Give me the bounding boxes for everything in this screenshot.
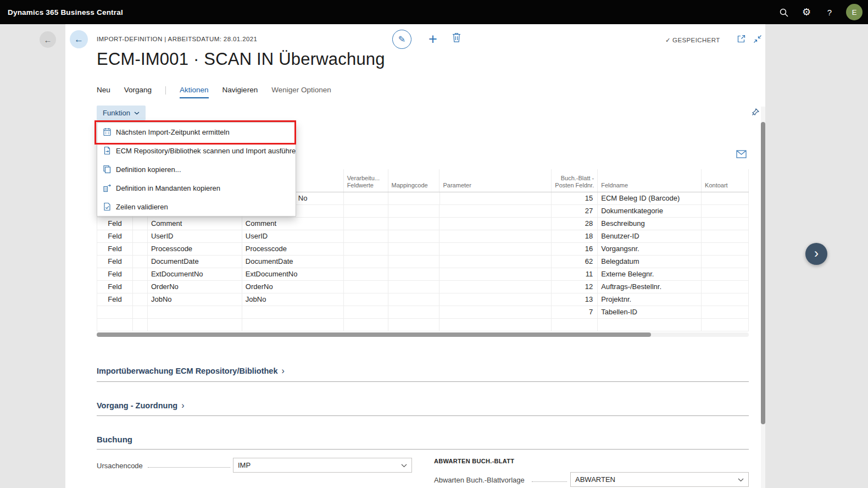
table-cell[interactable] bbox=[344, 230, 388, 242]
help-icon[interactable]: ? bbox=[820, 2, 839, 22]
column-header[interactable]: Mappingcode bbox=[388, 169, 440, 192]
table-cell[interactable]: DocumentDate bbox=[148, 256, 242, 268]
table-cell[interactable]: Dokumentkategorie bbox=[598, 205, 702, 217]
table-cell[interactable]: Auftrags-/Bestellnr. bbox=[598, 281, 702, 293]
table-cell[interactable] bbox=[242, 306, 344, 318]
table-cell[interactable] bbox=[702, 218, 749, 230]
table-cell[interactable] bbox=[133, 268, 148, 280]
pin-icon[interactable] bbox=[752, 108, 760, 118]
table-cell[interactable]: Feld bbox=[97, 230, 133, 242]
table-cell[interactable]: JobNo bbox=[148, 293, 242, 306]
table-cell[interactable] bbox=[344, 281, 388, 293]
table-cell[interactable]: 13 bbox=[552, 293, 598, 306]
table-cell[interactable]: Feld bbox=[97, 268, 133, 280]
table-cell[interactable]: Comment bbox=[242, 218, 344, 230]
table-cell[interactable] bbox=[439, 293, 552, 306]
table-cell[interactable] bbox=[344, 218, 388, 230]
column-header[interactable]: Parameter bbox=[439, 169, 552, 192]
table-cell[interactable]: JobNo bbox=[242, 293, 344, 306]
table-cell[interactable] bbox=[439, 243, 552, 255]
table-cell[interactable]: ECM Beleg ID (Barcode) bbox=[598, 192, 702, 204]
section-import-monitoring[interactable]: Importüberwachung ECM Repository/Bibliot… bbox=[97, 366, 285, 376]
table-cell[interactable]: 7 bbox=[552, 306, 598, 318]
menu-item-definition-kopieren[interactable]: Definition kopieren... bbox=[97, 160, 296, 179]
table-cell[interactable] bbox=[388, 192, 440, 204]
table-cell[interactable]: DocumentDate bbox=[242, 256, 344, 268]
table-cell[interactable]: OrderNo bbox=[148, 281, 242, 293]
table-cell[interactable] bbox=[344, 192, 388, 204]
table-cell[interactable] bbox=[702, 281, 749, 293]
table-cell[interactable]: 11 bbox=[552, 268, 598, 280]
table-cell[interactable] bbox=[439, 306, 552, 318]
table-cell[interactable]: 62 bbox=[552, 256, 598, 268]
column-header[interactable]: Verarbeitu... Feldwerte bbox=[344, 169, 388, 192]
table-cell[interactable] bbox=[148, 306, 242, 318]
ursachencode-select[interactable]: IMP bbox=[233, 458, 412, 473]
table-cell[interactable]: Tabellen-ID bbox=[598, 306, 702, 318]
horizontal-scrollbar-thumb[interactable] bbox=[97, 332, 651, 337]
table-cell[interactable] bbox=[439, 205, 552, 217]
table-cell[interactable]: ExtDocumentNo bbox=[242, 268, 344, 280]
table-cell[interactable] bbox=[439, 281, 552, 293]
table-cell[interactable] bbox=[702, 205, 749, 217]
table-cell[interactable] bbox=[439, 319, 552, 331]
column-header[interactable]: Feldname bbox=[598, 169, 702, 192]
table-cell[interactable]: UserID bbox=[148, 230, 242, 242]
vertical-scrollbar-thumb[interactable] bbox=[761, 122, 765, 424]
mail-icon[interactable] bbox=[736, 150, 747, 160]
next-record-button[interactable]: › bbox=[805, 243, 827, 265]
menu-item-naechsten-import-zeitpunkt[interactable]: Nächsten Import-Zeitpunkt ermitteln bbox=[97, 123, 296, 141]
table-cell[interactable]: Processcode bbox=[242, 243, 344, 255]
table-cell[interactable]: 28 bbox=[552, 218, 598, 230]
table-cell[interactable] bbox=[702, 319, 749, 331]
menubar-item-navigieren[interactable]: Navigieren bbox=[222, 86, 258, 97]
table-cell[interactable] bbox=[133, 319, 148, 331]
table-cell[interactable]: 16 bbox=[552, 243, 598, 255]
settings-gear-icon[interactable]: ⚙ bbox=[797, 2, 816, 22]
table-cell[interactable] bbox=[97, 306, 133, 318]
table-cell[interactable] bbox=[133, 281, 148, 293]
table-cell[interactable]: Feld bbox=[97, 243, 133, 255]
edit-button[interactable]: ✎ bbox=[392, 30, 411, 49]
table-cell[interactable]: 27 bbox=[552, 205, 598, 217]
delete-button[interactable] bbox=[452, 32, 461, 45]
table-cell[interactable] bbox=[133, 256, 148, 268]
table-cell[interactable]: Comment bbox=[148, 218, 242, 230]
table-cell[interactable] bbox=[133, 230, 148, 242]
table-cell[interactable]: Benutzer-ID bbox=[598, 230, 702, 242]
table-cell[interactable] bbox=[439, 230, 552, 242]
table-cell[interactable]: Processcode bbox=[148, 243, 242, 255]
table-cell[interactable] bbox=[344, 243, 388, 255]
table-cell[interactable] bbox=[440, 192, 552, 204]
table-cell[interactable] bbox=[344, 256, 388, 268]
table-cell[interactable]: ExtDocumentNo bbox=[148, 268, 242, 280]
outer-back-button[interactable]: ← bbox=[40, 31, 56, 48]
section-vorgang-zuordnung[interactable]: Vorgang - Zuordnung › bbox=[97, 401, 184, 411]
avatar[interactable]: E bbox=[846, 4, 863, 20]
menu-item-zeilen-validieren[interactable]: Zeilen validieren bbox=[97, 197, 296, 216]
table-cell[interactable]: Feld bbox=[97, 293, 133, 306]
table-cell[interactable] bbox=[439, 218, 552, 230]
collapse-window-button[interactable] bbox=[753, 35, 762, 45]
table-cell[interactable] bbox=[702, 293, 749, 306]
table-cell[interactable] bbox=[552, 319, 598, 331]
table-cell[interactable]: 12 bbox=[552, 281, 598, 293]
table-cell[interactable] bbox=[388, 218, 440, 230]
table-cell[interactable] bbox=[702, 192, 749, 204]
menu-item-definition-in-mandanten[interactable]: Definition in Mandanten kopieren bbox=[97, 179, 296, 197]
table-cell[interactable] bbox=[388, 243, 440, 255]
table-cell[interactable] bbox=[388, 256, 440, 268]
table-cell[interactable] bbox=[133, 293, 148, 306]
page-back-button[interactable]: ← bbox=[70, 30, 88, 48]
table-cell[interactable]: Projektnr. bbox=[598, 293, 702, 306]
table-cell[interactable] bbox=[133, 306, 148, 318]
table-cell[interactable] bbox=[388, 306, 440, 318]
table-cell[interactable] bbox=[388, 268, 440, 280]
table-cell[interactable] bbox=[388, 293, 440, 306]
table-cell[interactable]: OrderNo bbox=[242, 281, 344, 293]
table-cell[interactable] bbox=[439, 268, 552, 280]
menubar-item-neu[interactable]: Neu bbox=[97, 86, 110, 97]
table-cell[interactable]: Feld bbox=[97, 218, 133, 230]
table-cell[interactable] bbox=[702, 230, 749, 242]
table-cell[interactable] bbox=[344, 319, 388, 331]
